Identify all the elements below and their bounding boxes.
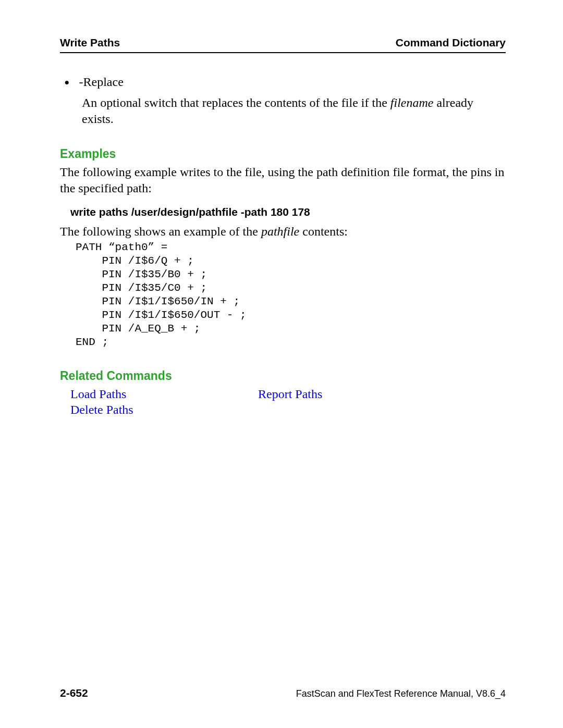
code-block: PATH “path0” = PIN /I$6/Q + ; PIN /I$35/… <box>76 241 506 349</box>
footer-page-number: 2-652 <box>60 687 88 699</box>
header-left: Write Paths <box>60 36 120 49</box>
link-delete-paths[interactable]: Delete Paths <box>70 403 133 416</box>
related-commands-heading: Related Commands <box>60 369 506 383</box>
example-para-italic: pathfile <box>261 225 299 238</box>
page-container: Write Paths Command Dictionary • -Replac… <box>0 0 563 728</box>
bullet-desc-text-before: An optional switch that replaces the con… <box>82 96 390 109</box>
example-para-before: The following shows an example of the <box>60 225 261 238</box>
examples-heading: Examples <box>60 147 506 161</box>
page-content: • -Replace An optional switch that repla… <box>60 53 506 417</box>
page-header: Write Paths Command Dictionary <box>60 36 506 53</box>
examples-intro: The following example writes to the file… <box>60 164 506 196</box>
related-row-2: Delete Paths <box>70 402 506 417</box>
header-right: Command Dictionary <box>396 36 506 49</box>
bullet-description: An optional switch that replaces the con… <box>82 95 506 127</box>
bullet-desc-italic: filename <box>390 96 434 109</box>
bullet-item: • -Replace <box>64 74 506 90</box>
example-para: The following shows an example of the pa… <box>60 224 506 240</box>
related-commands-list: Load Paths Report Paths Delete Paths <box>70 386 506 417</box>
example-command: write paths /user/design/pathfile -path … <box>70 206 506 218</box>
page-footer: 2-652 FastScan and FlexTest Reference Ma… <box>60 687 506 699</box>
bullet-dot-icon: • <box>64 77 70 89</box>
bullet-label: -Replace <box>79 74 124 90</box>
example-para-after: contents: <box>299 225 348 238</box>
related-row-1: Load Paths Report Paths <box>70 386 506 402</box>
footer-manual-title: FastScan and FlexTest Reference Manual, … <box>296 688 506 699</box>
link-load-paths[interactable]: Load Paths <box>70 387 126 401</box>
link-report-paths[interactable]: Report Paths <box>258 387 322 401</box>
